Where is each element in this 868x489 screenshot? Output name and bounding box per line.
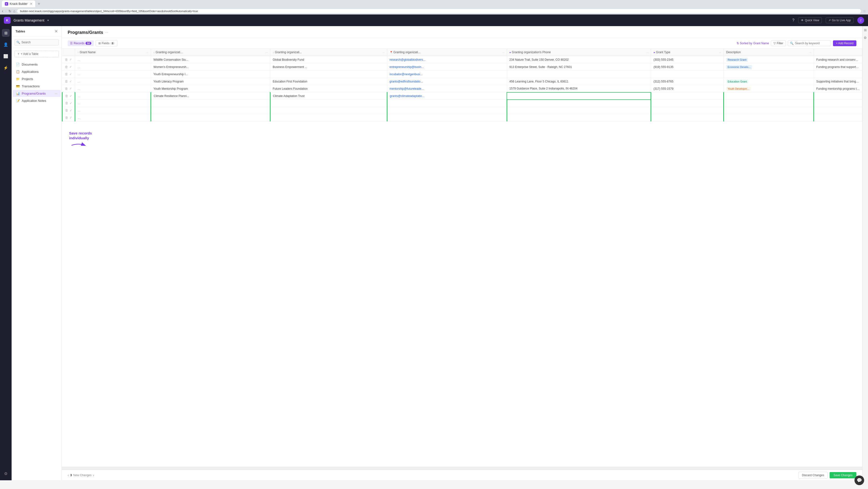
sidebar-close-button[interactable]: ✕ xyxy=(55,29,58,34)
phone-cell[interactable] xyxy=(651,99,724,107)
delete-icon[interactable]: 🗑 xyxy=(65,109,68,112)
phone-cell[interactable]: (312) 555-8765 xyxy=(651,78,724,85)
type-cell[interactable] xyxy=(724,107,814,114)
org1-cell[interactable]: Business Empowerment ... xyxy=(270,63,387,70)
app-chevron-icon[interactable]: ▾ xyxy=(48,19,49,22)
desc-cell[interactable]: Funding programs that support women entr… xyxy=(814,63,862,70)
org1-cell[interactable]: Education First Foundation xyxy=(270,78,387,85)
col-org1[interactable]: ↕ Granting organizati... ··· xyxy=(151,49,270,56)
phone-cell[interactable] xyxy=(651,114,724,121)
org3-cell[interactable] xyxy=(507,107,651,114)
delete-icon[interactable]: 🗑 xyxy=(65,87,68,90)
horizontal-scrollbar[interactable] xyxy=(62,467,862,470)
check-icon[interactable]: ✓ xyxy=(69,58,72,61)
check-icon[interactable]: ✓ xyxy=(69,65,72,69)
check-icon[interactable]: ✓ xyxy=(69,109,72,112)
type-cell[interactable]: Education Grant xyxy=(724,78,814,85)
col-org3-more-icon[interactable]: ··· xyxy=(502,51,504,54)
title-more-icon[interactable]: ··· xyxy=(105,30,108,35)
type-cell[interactable]: Youth Developm... xyxy=(724,85,814,92)
live-app-button[interactable]: ↗ Go to Live App xyxy=(826,18,854,23)
desc-cell[interactable] xyxy=(814,99,862,107)
org3-cell[interactable]: 1579 Guidance Place, Suite 2 Indianapoli… xyxy=(507,85,651,92)
item-more-programs-grants[interactable]: ··· xyxy=(55,92,57,95)
quick-view-button[interactable]: 👁 Quick View xyxy=(798,18,822,23)
phone-cell[interactable] xyxy=(651,70,724,78)
refresh-icon[interactable]: ↻ xyxy=(8,9,11,13)
org3-cell[interactable]: 913 Enterprise Street, Suite · Raleigh, … xyxy=(507,63,651,70)
desc-cell[interactable] xyxy=(814,107,862,114)
sidebar-item-application-notes[interactable]: 📝 Application Notes xyxy=(12,97,61,104)
delete-icon[interactable]: 🗑 xyxy=(65,80,68,83)
phone-cell[interactable]: (919) 555-9135 xyxy=(651,63,724,70)
email-link[interactable]: grants@edfirstfoundatio... xyxy=(390,80,423,83)
sidebar-item-projects[interactable]: 📁 Projects xyxy=(12,76,61,83)
org2-cell[interactable] xyxy=(387,99,507,107)
col-org2[interactable]: ↕ Granting organizati... ··· xyxy=(270,49,387,56)
tab-close-icon[interactable]: ✕ xyxy=(30,2,32,5)
desc-cell[interactable] xyxy=(814,70,862,78)
browser-tab[interactable]: K Knack Builder ✕ xyxy=(2,0,35,7)
add-table-button[interactable]: + + Add a Table xyxy=(14,51,59,57)
check-icon[interactable]: ✓ xyxy=(69,87,72,90)
org3-cell[interactable]: 456 Learning Lane, Floor 5 Chicago, IL 6… xyxy=(507,78,651,85)
sidebar-item-documents[interactable]: 📄 Documents xyxy=(12,61,61,68)
rail-users-icon[interactable]: 👤 xyxy=(2,40,10,48)
org1-cell[interactable] xyxy=(270,70,387,78)
org3-cell[interactable] xyxy=(507,92,651,99)
phone-cell[interactable]: (317) 555-1579 xyxy=(651,85,724,92)
check-icon[interactable]: ✓ xyxy=(69,101,72,105)
org2-cell[interactable]: incubator@nextgenbusi... xyxy=(387,70,507,78)
col-description[interactable]: Description ··· xyxy=(724,49,814,56)
org1-cell[interactable] xyxy=(270,99,387,107)
col-org2-more-icon[interactable]: ··· xyxy=(382,51,384,54)
check-icon[interactable]: ✓ xyxy=(69,72,72,76)
delete-icon[interactable]: 🗑 xyxy=(65,94,68,98)
col-type-more-icon[interactable]: ··· xyxy=(719,51,721,54)
new-tab-icon[interactable]: + xyxy=(36,1,42,6)
grant-name-cell[interactable]: Youth Mentorship Program xyxy=(151,85,270,92)
grant-name-cell[interactable]: Youth Entrepreneurship I... xyxy=(151,70,270,78)
type-cell[interactable]: Research Grant xyxy=(724,56,814,63)
type-cell[interactable] xyxy=(724,114,814,121)
rail-tables-icon[interactable]: ⊞ xyxy=(2,29,10,37)
org3-cell[interactable]: 234 Nature Trail, Suite 150 Denver, CO 8… xyxy=(507,56,651,63)
sidebar-item-applications[interactable]: 📋 Applications xyxy=(12,68,61,75)
type-cell[interactable] xyxy=(724,70,814,78)
org3-cell[interactable] xyxy=(507,70,651,78)
check-icon[interactable]: ✓ xyxy=(69,80,72,83)
add-record-button[interactable]: + Add Record xyxy=(833,40,857,46)
filter-button[interactable]: ▽ Filter xyxy=(771,40,786,46)
col-grant-name[interactable]: ↑ Grant Name ··· xyxy=(75,49,151,56)
org3-cell[interactable] xyxy=(507,114,651,121)
org1-cell[interactable]: Global Biodiversity Fund xyxy=(270,56,387,63)
org2-cell[interactable]: mentorship@futureleade... xyxy=(387,85,507,92)
grant-name-cell[interactable] xyxy=(151,107,270,114)
email-link[interactable]: mentorship@futureleade... xyxy=(390,87,424,90)
rail-settings-icon[interactable]: ⚙ xyxy=(2,470,10,478)
grant-name-cell[interactable] xyxy=(151,114,270,121)
email-link[interactable]: research@globalbiodivers... xyxy=(390,58,426,61)
col-org1-more-icon[interactable]: ··· xyxy=(266,51,268,54)
org2-cell[interactable]: grants@climateadaptatio... xyxy=(387,92,507,99)
url-bar[interactable] xyxy=(17,9,861,13)
type-cell[interactable] xyxy=(724,99,814,107)
grant-name-cell[interactable]: Climate Resilience Planni... xyxy=(151,92,270,99)
avatar[interactable]: Z xyxy=(857,17,864,24)
desc-cell[interactable] xyxy=(814,114,862,121)
delete-icon[interactable]: 🗑 xyxy=(65,72,68,76)
org3-cell[interactable] xyxy=(507,99,651,107)
right-panel-icon2[interactable]: ⚙ xyxy=(864,36,867,40)
nav-back-icon[interactable]: ‹ xyxy=(2,9,3,13)
col-more-icon[interactable]: ··· xyxy=(146,51,148,54)
org1-cell[interactable] xyxy=(270,107,387,114)
bookmark-icon[interactable]: ☆ xyxy=(863,9,866,13)
org2-cell[interactable] xyxy=(387,107,507,114)
org2-cell[interactable]: grants@edfirstfoundatio... xyxy=(387,78,507,85)
fields-tab[interactable]: ⊞ Fields 8 xyxy=(96,40,117,47)
sidebar-search-input[interactable] xyxy=(14,39,59,46)
org1-cell[interactable]: Future Leaders Foundation xyxy=(270,85,387,92)
col-phone[interactable]: ● Granting organization's Phone ··· xyxy=(507,49,651,56)
org2-cell[interactable]: entrepreneurship@busin... xyxy=(387,63,507,70)
check-icon[interactable]: ✓ xyxy=(69,94,72,98)
